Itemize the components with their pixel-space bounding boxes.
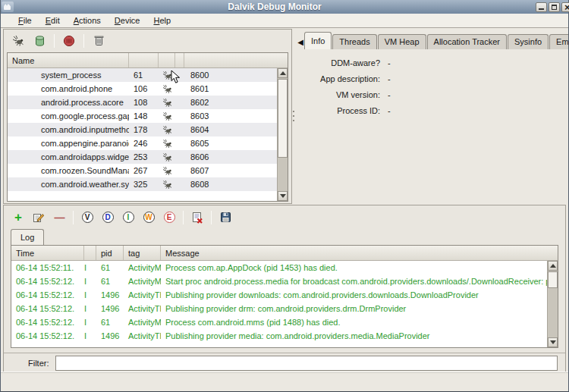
- panel-splitter[interactable]: [292, 29, 294, 204]
- tree-col-port[interactable]: [184, 53, 288, 67]
- process-row[interactable]: system_process 61 8600: [8, 68, 277, 82]
- log-scrollbar[interactable]: [547, 261, 558, 347]
- maximize-button[interactable]: [549, 2, 560, 12]
- verbose-level-icon: V: [82, 212, 93, 223]
- log-level-warn-button[interactable]: W: [140, 209, 157, 226]
- app-description-value: -: [380, 74, 391, 83]
- process-row[interactable]: com.appengine.paranoid_ 246 8605: [8, 136, 277, 150]
- log-col-tag[interactable]: tag: [124, 246, 161, 260]
- log-level-error-button[interactable]: E: [161, 209, 178, 226]
- filter-label: Filter:: [28, 359, 49, 368]
- scrollbar-thumb[interactable]: [278, 79, 288, 158]
- halt-process-button[interactable]: [61, 33, 77, 49]
- tree-col-name[interactable]: Name: [8, 53, 129, 67]
- log-col-level[interactable]: [84, 246, 96, 260]
- scroll-down-arrow-icon[interactable]: [548, 337, 558, 347]
- filter-input[interactable]: [55, 356, 558, 371]
- scroll-down-arrow-icon[interactable]: [278, 191, 288, 201]
- log-level-verbose-button[interactable]: V: [79, 209, 96, 226]
- log-row[interactable]: 06-14 15:52:12. I 61 ActivityMa Process …: [11, 315, 547, 329]
- process-row[interactable]: com.android.weather.sync 325 8608: [8, 177, 277, 191]
- bug-icon: [159, 139, 175, 149]
- log-table-header: Time pid tag Message: [11, 246, 558, 261]
- tab-threads[interactable]: Threads: [332, 34, 376, 49]
- plus-icon: +: [14, 212, 22, 223]
- toolbar-separator: [54, 34, 55, 48]
- app-description-label: App description:: [295, 74, 380, 83]
- process-row[interactable]: com.android.inputmethod 178 8604: [8, 123, 277, 136]
- scroll-up-arrow-icon[interactable]: [278, 68, 288, 78]
- edit-pencil-icon: [33, 212, 45, 223]
- menu-device[interactable]: Device: [108, 14, 147, 27]
- bug-icon: [159, 98, 175, 108]
- log-level-info-button[interactable]: I: [120, 209, 137, 226]
- process-row[interactable]: com.roozen.SoundManage 267 8607: [8, 164, 277, 177]
- bug-icon: [159, 111, 175, 121]
- menu-help[interactable]: Help: [146, 14, 178, 27]
- log-row[interactable]: 06-14 15:52:12. I 1496 ActivityTh Publis…: [11, 302, 547, 315]
- log-col-time[interactable]: Time: [11, 246, 84, 260]
- tree-scrollbar[interactable]: [277, 68, 288, 201]
- tab-allocation-tracker[interactable]: Allocation Tracker: [427, 34, 507, 49]
- edit-filter-button[interactable]: [30, 209, 47, 226]
- tab-emulator-control[interactable]: Emulator Control: [549, 34, 568, 49]
- info-tabbar: ◀ Info Threads VM Heap Allocation Tracke…: [297, 32, 568, 49]
- menu-edit[interactable]: Edit: [39, 14, 67, 27]
- menu-file[interactable]: File: [11, 14, 39, 27]
- debug-process-button[interactable]: [10, 33, 27, 49]
- toolbar-separator: [183, 211, 184, 224]
- export-log-button[interactable]: [217, 209, 234, 226]
- process-id-value: -: [380, 106, 391, 115]
- ddms-window: Dalvik Debug Monitor File Edit Actions D…: [0, 0, 569, 392]
- delete-filter-button[interactable]: —: [51, 209, 68, 226]
- menu-actions[interactable]: Actions: [67, 14, 108, 27]
- log-col-message[interactable]: Message: [161, 246, 558, 260]
- log-row[interactable]: 06-14 15:52:12. I 1496 ActivityTh Publis…: [11, 288, 547, 302]
- close-button[interactable]: [561, 2, 569, 12]
- process-row[interactable]: com.google.process.gapps 148 8603: [8, 109, 277, 123]
- log-row[interactable]: 06-14 15:52:12. I 61 ActivityMa Start pr…: [11, 274, 547, 288]
- toolbar-separator: [211, 211, 212, 224]
- log-row[interactable]: 06-14 15:52:12. I 1496 ActivityTh Publis…: [11, 329, 547, 343]
- debug-level-icon: D: [102, 212, 114, 223]
- log-rows: 06-14 15:52:11. I 61 ActivityMa Process …: [11, 261, 547, 347]
- process-list: system_process 61 8600 com.android.phone…: [8, 68, 277, 201]
- log-panel: + — V D I: [3, 205, 566, 372]
- bug-icon: [159, 180, 175, 190]
- update-heap-button[interactable]: [31, 33, 48, 49]
- info-level-icon: I: [123, 212, 134, 223]
- vm-version-value: -: [380, 90, 391, 99]
- process-row[interactable]: android.process.acore 108 8602: [8, 96, 277, 109]
- log-row[interactable]: 06-14 15:52:11. I 61 ActivityMa Process …: [11, 261, 547, 274]
- device-process-tree: Name HT94SKF04916 Online 1.5, debug: [7, 52, 288, 202]
- tabs-scroll-left-icon[interactable]: ◀: [297, 34, 304, 49]
- app-icon: [2, 2, 14, 12]
- process-row[interactable]: com.androidapps.widget.b 253 8606: [8, 150, 277, 164]
- heap-cylinder-icon: [34, 35, 46, 47]
- tab-sysinfo[interactable]: Sysinfo: [508, 34, 549, 49]
- tab-info[interactable]: Info: [304, 32, 332, 49]
- log-table: Time pid tag Message 06-14 15:52:11. I 6…: [11, 245, 558, 348]
- minus-icon: —: [55, 212, 64, 224]
- save-floppy-icon: [220, 212, 231, 223]
- scrollbar-thumb[interactable]: [548, 271, 558, 288]
- main-area: Name HT94SKF04916 Online 1.5, debug: [1, 28, 568, 205]
- process-row[interactable]: com.android.phone 106 8601: [8, 82, 277, 96]
- titlebar: Dalvik Debug Monitor: [1, 0, 568, 14]
- log-col-pid[interactable]: pid: [96, 246, 124, 260]
- minimize-button[interactable]: [536, 2, 547, 12]
- toolbar-separator: [83, 34, 84, 48]
- clear-log-button[interactable]: [189, 209, 206, 226]
- tree-col-status[interactable]: [129, 53, 159, 67]
- status-bar: [1, 372, 568, 390]
- cause-gc-button[interactable]: [90, 33, 107, 49]
- add-filter-button[interactable]: +: [10, 209, 27, 226]
- scroll-up-arrow-icon[interactable]: [548, 261, 558, 271]
- tree-col-debug[interactable]: [159, 53, 175, 67]
- tree-header: Name: [8, 53, 288, 68]
- tab-vm-heap[interactable]: VM Heap: [378, 34, 426, 49]
- log-level-debug-button[interactable]: D: [99, 209, 116, 226]
- debug-bug-icon: [12, 35, 24, 47]
- tab-log[interactable]: Log: [11, 229, 44, 245]
- tree-col-spacer: [175, 53, 184, 67]
